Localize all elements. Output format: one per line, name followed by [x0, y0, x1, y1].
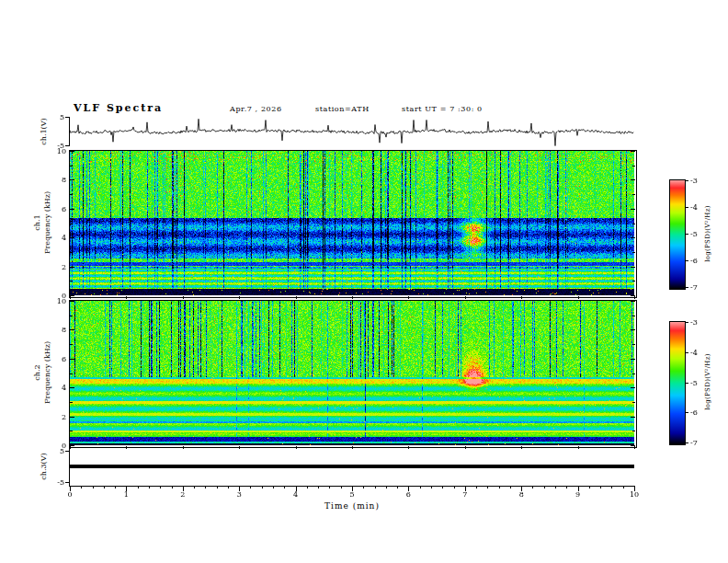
y-axis-minor-tick — [70, 373, 73, 374]
y-axis-tick-label: 6 — [51, 205, 66, 213]
y-axis-tick-label: 2 — [51, 263, 66, 271]
x-axis-minor-tick — [104, 486, 105, 488]
x-axis-minor-tick — [149, 486, 150, 488]
spec2-bottom-tick — [634, 446, 635, 449]
spec1-bottom-tick — [239, 296, 240, 299]
y-axis-major-tick — [70, 417, 74, 418]
ch2-colorbar — [669, 321, 686, 445]
y-axis-minor-tick — [632, 344, 635, 345]
x-axis-minor-tick — [93, 486, 94, 488]
y-axis-minor-tick — [632, 431, 635, 431]
y-axis-minor-tick — [70, 252, 73, 253]
x-axis-minor-tick — [611, 486, 612, 488]
y-axis-major-tick — [631, 151, 635, 152]
vlf-spectra-figure: VLF Spectra Apr.7 , 2026 station=ATH sta… — [0, 0, 728, 563]
colorbar-tick — [685, 180, 688, 181]
x-axis-minor-tick — [532, 486, 533, 488]
x-axis-tick-label: 4 — [289, 490, 303, 499]
x-axis-minor-tick — [205, 486, 206, 488]
y-axis-major-tick — [70, 237, 74, 238]
x-axis-minor-tick — [510, 486, 511, 488]
time-axis-label: Time (min) — [324, 501, 380, 511]
y-axis-major-tick — [631, 301, 635, 302]
y-axis-major-tick — [631, 267, 635, 268]
y-axis-tick-label: 8 — [51, 176, 66, 184]
ch2-frequency-axis-label: Frequency (kHz) — [42, 341, 52, 404]
x-axis-minor-tick — [172, 486, 173, 488]
y-axis-tick-label: 2 — [51, 413, 66, 421]
x-axis-minor-tick — [307, 486, 308, 488]
spec2-bottom-tick — [521, 446, 522, 449]
x-axis-minor-tick — [273, 486, 274, 488]
x-axis-minor-tick — [600, 486, 601, 488]
ch1-wave-tick — [65, 117, 69, 118]
spec2-bottom-tick — [578, 446, 579, 449]
ch1-colorbar — [669, 179, 686, 290]
spec2-bottom-tick — [183, 446, 184, 449]
x-axis-minor-tick — [442, 486, 443, 488]
colorbar-tick-label: -7 — [690, 283, 709, 292]
ch2-spectrogram-canvas — [70, 301, 634, 445]
y-axis-tick-label: 4 — [51, 384, 66, 392]
spec1-bottom-tick — [352, 296, 353, 299]
colorbar-tick-label: -5 — [690, 230, 709, 238]
x-axis-minor-tick — [318, 486, 319, 488]
colorbar-tick — [685, 412, 688, 413]
figure-date: Apr.7 , 2026 — [230, 105, 282, 113]
colorbar-tick — [685, 287, 688, 288]
figure-station: station=ATH — [315, 105, 370, 113]
x-axis-minor-tick — [420, 486, 421, 488]
ch1-wave-tick — [65, 145, 69, 146]
colorbar-tick-label: -4 — [690, 349, 709, 357]
y-axis-major-tick — [631, 209, 635, 210]
x-axis-minor-tick — [341, 486, 342, 488]
colorbar-tick — [685, 260, 688, 261]
ch1-frequency-axis-label: Frequency (kHz) — [42, 191, 52, 254]
y-axis-major-tick — [631, 387, 635, 388]
x-axis-minor-tick — [589, 486, 590, 488]
y-axis-minor-tick — [632, 373, 635, 374]
spec1-bottom-tick — [408, 296, 409, 299]
y-axis-minor-tick — [632, 194, 635, 195]
spec2-bottom-tick — [70, 446, 71, 449]
spec1-bottom-tick — [578, 296, 579, 299]
ch3-tick — [65, 451, 69, 452]
colorbar-tick — [685, 207, 688, 208]
x-axis-tick-label: 6 — [401, 490, 415, 499]
x-axis-minor-tick — [386, 486, 387, 488]
x-axis-minor-tick — [160, 486, 161, 488]
ch2-spectrogram-ylabel: ch.2 Frequency (kHz) — [32, 341, 52, 404]
spec1-bottom-tick — [465, 296, 466, 299]
spec1-bottom-tick — [183, 296, 184, 299]
ch1-waveform-ylabel: ch.1(V) — [40, 118, 48, 144]
ch1-spectrogram-ylabel: ch.1 Frequency (kHz) — [32, 191, 52, 254]
spec2-bottom-tick — [126, 446, 127, 449]
spec1-bottom-tick — [126, 296, 127, 299]
y-axis-major-tick — [631, 445, 635, 446]
colorbar-tick-label: -6 — [690, 408, 709, 417]
colorbar-tick — [685, 322, 688, 323]
x-axis-minor-tick — [81, 486, 82, 488]
spec1-bottom-tick — [521, 296, 522, 299]
x-axis-tick-label: 0 — [63, 490, 77, 499]
spec1-bottom-tick — [296, 296, 297, 299]
x-axis-minor-tick — [375, 486, 376, 488]
x-axis-tick-label: 7 — [458, 490, 472, 499]
colorbar-tick — [685, 383, 688, 384]
y-axis-major-tick — [70, 267, 74, 268]
x-axis-minor-tick — [250, 486, 251, 488]
y-axis-major-tick — [70, 359, 74, 360]
colorbar-tick-label: -7 — [690, 439, 709, 447]
x-axis-minor-tick — [499, 486, 500, 488]
y-axis-major-tick — [631, 329, 635, 330]
colorbar-tick-label: -3 — [690, 177, 709, 185]
figure-start-ut: start UT = 7 :30: 0 — [402, 105, 483, 113]
x-axis-minor-tick — [566, 486, 567, 488]
colorbar-tick — [685, 352, 688, 353]
y-axis-major-tick — [631, 359, 635, 360]
ch1-spectrogram-canvas — [70, 151, 634, 295]
y-axis-minor-tick — [70, 402, 73, 403]
y-axis-major-tick — [70, 445, 74, 446]
x-axis-minor-tick — [194, 486, 195, 488]
spec2-bottom-tick — [465, 446, 466, 449]
